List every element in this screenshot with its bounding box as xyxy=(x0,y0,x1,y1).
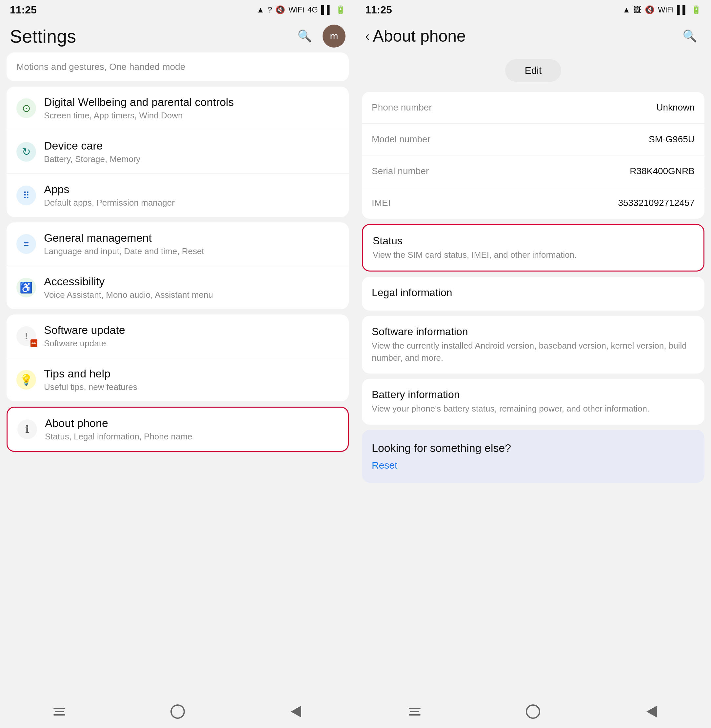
legal-information-card[interactable]: Legal information xyxy=(362,277,704,310)
status-title: Status xyxy=(373,235,693,247)
imei-value: 353321092712457 xyxy=(618,198,695,208)
partial-item-text: Motions and gestures, One handed mode xyxy=(16,62,185,72)
partial-item: Motions and gestures, One handed mode xyxy=(7,52,349,81)
sidebar-item-accessibility[interactable]: ♿ Accessibility Voice Assistant, Mono au… xyxy=(7,266,349,309)
network-icon: 4G xyxy=(307,5,318,15)
right-header-left: ‹ About phone xyxy=(365,27,466,46)
home-icon xyxy=(170,704,185,719)
status-item[interactable]: Status View the SIM card status, IMEI, a… xyxy=(363,225,704,270)
digital-wellbeing-subtitle: Screen time, App timers, Wind Down xyxy=(44,111,339,121)
legal-information-title: Legal information xyxy=(372,286,695,299)
recent-apps-button[interactable] xyxy=(46,698,72,725)
accessibility-subtitle: Voice Assistant, Mono audio, Assistant m… xyxy=(44,290,339,300)
search-icon: 🔍 xyxy=(297,29,312,43)
serial-number-value: R38K400GNRB xyxy=(630,166,695,176)
phone-number-value: Unknown xyxy=(656,102,695,113)
edit-overlay-icon: ✏ xyxy=(31,340,37,347)
device-care-icon-bg: ↻ xyxy=(16,142,36,162)
right-recent-apps-button[interactable] xyxy=(401,698,428,725)
battery-information-item[interactable]: Battery information View your phone's ba… xyxy=(362,379,704,424)
reset-link[interactable]: Reset xyxy=(372,460,397,471)
software-update-title: Software update xyxy=(44,324,339,337)
about-phone-icon: ℹ xyxy=(25,423,29,436)
card-general: ≡ General management Language and input,… xyxy=(7,222,349,309)
apps-text: Apps Default apps, Permission manager xyxy=(44,183,339,208)
sidebar-item-apps[interactable]: ⠿ Apps Default apps, Permission manager xyxy=(7,174,349,217)
device-care-title: Device care xyxy=(44,139,339,152)
back-nav-button[interactable]: ‹ xyxy=(365,29,369,44)
status-highlighted-item[interactable]: Status View the SIM card status, IMEI, a… xyxy=(362,224,704,272)
right-time: 11:25 xyxy=(365,4,392,16)
sidebar-item-device-care[interactable]: ↻ Device care Battery, Storage, Memory xyxy=(7,130,349,174)
accessibility-title: Accessibility xyxy=(44,275,339,288)
general-management-subtitle: Language and input, Date and time, Reset xyxy=(44,246,339,257)
battery-icon: 🔋 xyxy=(336,5,345,15)
avatar[interactable]: m xyxy=(323,25,345,47)
software-update-icon-bg: ! ✏ xyxy=(16,326,36,346)
device-care-subtitle: Battery, Storage, Memory xyxy=(44,154,339,164)
back-icon xyxy=(291,706,301,718)
signal-bars-icon: ▌▌ xyxy=(321,5,332,15)
about-phone-text: About phone Status, Legal information, P… xyxy=(45,417,338,442)
legal-information-item[interactable]: Legal information xyxy=(362,277,704,310)
right-recent-icon xyxy=(409,708,420,716)
model-number-row: Model number SM-G965U xyxy=(362,124,704,155)
tips-help-subtitle: Useful tips, new features xyxy=(44,382,339,392)
software-information-title: Software information xyxy=(372,326,695,338)
about-phone-highlighted[interactable]: ℹ About phone Status, Legal information,… xyxy=(7,407,349,452)
digital-wellbeing-icon: ⊙ xyxy=(22,102,31,114)
about-phone-title: About phone xyxy=(45,417,338,430)
model-number-label: Model number xyxy=(372,134,431,145)
right-scroll-area: Edit Phone number Unknown Model number S… xyxy=(356,52,711,695)
back-button[interactable] xyxy=(283,698,309,725)
sidebar-item-about-phone[interactable]: ℹ About phone Status, Legal information,… xyxy=(7,408,348,451)
battery-information-title: Battery information xyxy=(372,388,695,401)
right-header: ‹ About phone 🔍 xyxy=(356,20,711,52)
tips-help-title: Tips and help xyxy=(44,367,339,380)
software-information-subtitle: View the currently installed Android ver… xyxy=(372,340,695,364)
card-software: ! ✏ Software update Software update 💡 Ti… xyxy=(7,315,349,402)
left-status-bar: 11:25 ▲ ? 🔇 WiFi 4G ▌▌ 🔋 xyxy=(0,0,356,20)
alert-icon: ▲ xyxy=(257,5,264,15)
general-management-icon: ≡ xyxy=(24,239,29,249)
apps-subtitle: Default apps, Permission manager xyxy=(44,198,339,208)
right-alert-icon: ▲ xyxy=(622,5,630,15)
left-search-button[interactable]: 🔍 xyxy=(293,25,316,47)
right-battery-icon: 🔋 xyxy=(691,5,701,15)
left-scroll-area: Motions and gestures, One handed mode ⊙ … xyxy=(0,52,356,695)
right-signal-icon: ▌▌ xyxy=(677,5,688,15)
apps-icon: ⠿ xyxy=(23,190,30,201)
wifi-icon: WiFi xyxy=(288,5,304,15)
left-time: 11:25 xyxy=(10,4,37,16)
status-subtitle: View the SIM card status, IMEI, and othe… xyxy=(373,249,693,261)
right-back-button[interactable] xyxy=(639,698,665,725)
software-update-text: Software update Software update xyxy=(44,324,339,348)
left-status-icons: ▲ ? 🔇 WiFi 4G ▌▌ 🔋 xyxy=(257,5,345,15)
right-back-icon xyxy=(646,706,657,718)
edit-button-row: Edit xyxy=(362,52,704,92)
home-button[interactable] xyxy=(165,698,191,725)
right-status-bar: 11:25 ▲ 🖼 🔇 WiFi ▌▌ 🔋 xyxy=(356,0,711,20)
digital-wellbeing-title: Digital Wellbeing and parental controls xyxy=(44,96,339,109)
battery-information-subtitle: View your phone's battery status, remain… xyxy=(372,403,695,415)
sidebar-item-software-update[interactable]: ! ✏ Software update Software update xyxy=(7,315,349,358)
accessibility-text: Accessibility Voice Assistant, Mono audi… xyxy=(44,275,339,300)
software-information-item[interactable]: Software information View the currently … xyxy=(362,316,704,374)
imei-label: IMEI xyxy=(372,198,391,208)
sidebar-item-tips-help[interactable]: 💡 Tips and help Useful tips, new feature… xyxy=(7,358,349,402)
software-information-card[interactable]: Software information View the currently … xyxy=(362,316,704,374)
right-search-button[interactable]: 🔍 xyxy=(678,25,701,47)
about-phone-subtitle: Status, Legal information, Phone name xyxy=(45,431,338,442)
right-panel: 11:25 ▲ 🖼 🔇 WiFi ▌▌ 🔋 ‹ About phone 🔍 Ed… xyxy=(356,0,711,728)
left-header-icons: 🔍 m xyxy=(293,25,345,47)
looking-for-something-card: Looking for something else? Reset xyxy=(362,430,704,483)
model-number-value: SM-G965U xyxy=(649,134,695,145)
battery-information-card[interactable]: Battery information View your phone's ba… xyxy=(362,379,704,424)
sidebar-item-digital-wellbeing[interactable]: ⊙ Digital Wellbeing and parental control… xyxy=(7,87,349,130)
right-home-button[interactable] xyxy=(520,698,546,725)
device-care-icon: ↻ xyxy=(22,146,31,158)
apps-icon-bg: ⠿ xyxy=(16,186,36,205)
edit-button[interactable]: Edit xyxy=(505,59,562,82)
tips-help-icon: 💡 xyxy=(20,374,33,386)
sidebar-item-general-management[interactable]: ≡ General management Language and input,… xyxy=(7,222,349,266)
